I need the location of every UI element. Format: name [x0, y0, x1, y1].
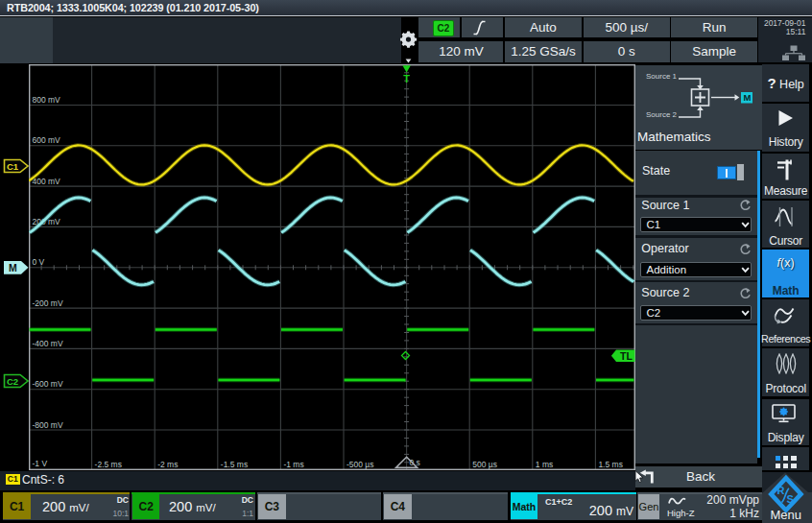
svg-text:M: M	[9, 262, 17, 273]
svg-text:S: S	[786, 493, 793, 505]
svg-text:C1: C1	[7, 161, 19, 172]
svg-text:0 V: 0 V	[33, 257, 45, 267]
svg-text:-800 mV: -800 mV	[33, 420, 63, 430]
svg-text:-2 ms: -2 ms	[157, 460, 178, 469]
svg-text:C2: C2	[7, 376, 18, 387]
svg-text:-200 mV: -200 mV	[33, 298, 63, 308]
svg-text:M: M	[744, 92, 752, 103]
svg-text:800 mV: 800 mV	[33, 95, 61, 105]
svg-text:-500 µs: -500 µs	[346, 460, 374, 469]
svg-text:-1 ms: -1 ms	[283, 460, 303, 469]
svg-text:1.5 ms: 1.5 ms	[598, 460, 623, 469]
svg-text:500 µs: 500 µs	[472, 460, 497, 469]
svg-text:TL: TL	[620, 350, 633, 362]
svg-text:-1.5 ms: -1.5 ms	[221, 460, 248, 469]
svg-text:R: R	[776, 485, 784, 496]
svg-text:-1 V: -1 V	[33, 459, 48, 468]
svg-text:-600 mV: -600 mV	[33, 379, 63, 389]
svg-text:T: T	[403, 73, 410, 84]
svg-text:1 ms: 1 ms	[536, 460, 553, 469]
svg-text:600 mV: 600 mV	[33, 135, 61, 145]
svg-text:-2.5 ms: -2.5 ms	[95, 460, 122, 469]
svg-text:-400 mV: -400 mV	[33, 339, 63, 348]
